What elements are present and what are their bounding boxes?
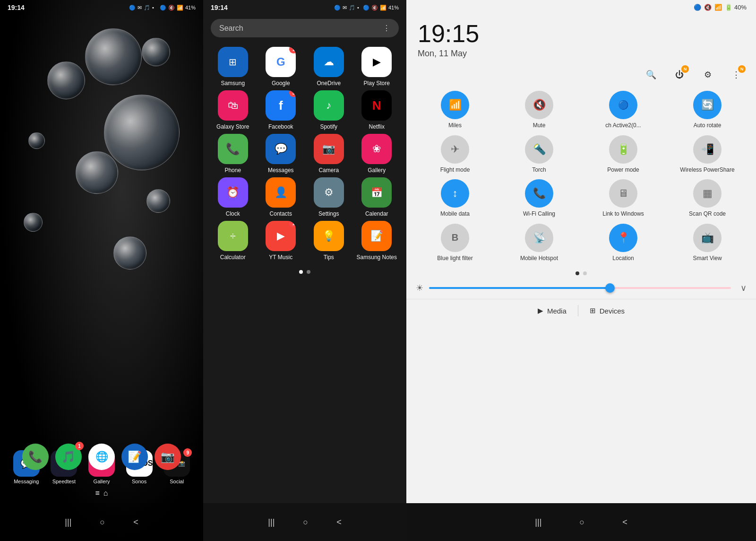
nav-back[interactable]: |||: [65, 517, 71, 527]
drawer-nav-home[interactable]: ○: [303, 517, 308, 527]
app-spotify[interactable]: 🎵 1: [55, 444, 82, 470]
wifi-icon: 📶: [441, 91, 469, 119]
app-facebook[interactable]: f 3 Facebook: [259, 90, 303, 130]
qs-status-bar: 🔵 🔇 📶 🔋 40%: [406, 0, 756, 15]
brightness-slider[interactable]: [429, 287, 731, 289]
qs-dot-1: [576, 271, 579, 275]
drawer-time: 19:14: [211, 4, 228, 11]
brightness-expand-icon[interactable]: ∨: [740, 283, 747, 293]
qs-more-button[interactable]: ⋮ N: [728, 66, 745, 83]
app-google[interactable]: G 1 Google: [259, 47, 303, 87]
hotspot-icon: 📡: [525, 224, 553, 252]
bubble-deco: [24, 213, 43, 232]
app-notes[interactable]: 📝: [121, 444, 148, 470]
media-button[interactable]: ▶ Media: [538, 306, 567, 315]
app-camera[interactable]: 📷 Camera: [307, 134, 351, 174]
qs-nav-recents[interactable]: <: [622, 517, 627, 527]
dock-label-gallery: Gallery: [94, 479, 110, 484]
dock-label-messaging: Messaging: [14, 479, 39, 484]
app-spotify[interactable]: ♪ Spotify: [307, 90, 351, 130]
qs-nav-back[interactable]: |||: [535, 517, 541, 527]
tile-blue-light[interactable]: B Blue light filter: [416, 224, 494, 262]
tile-power-mode[interactable]: 🔋 Power mode: [584, 135, 662, 174]
brightness-thumb[interactable]: [605, 283, 615, 293]
brightness-row: ☀ ∨: [406, 279, 756, 297]
qs-settings-button[interactable]: ⚙: [699, 66, 716, 83]
search-placeholder: Search: [219, 24, 243, 33]
qs-nav-home[interactable]: ○: [579, 517, 584, 527]
qs-page-dots: [406, 268, 756, 279]
app-phone[interactable]: 📞: [22, 444, 49, 470]
mobile-data-icon: ↕: [441, 179, 469, 208]
app-calendar[interactable]: 📅 Calendar: [355, 177, 399, 217]
wifi-call-icon: 📞: [525, 179, 553, 208]
quick-settings-panel: 🔵 🔇 📶 🔋 40% 19:15 Mon, 11 May 🔍 ⏻ N ⚙ ⋮ …: [406, 0, 756, 541]
media-devices-divider: [578, 305, 578, 316]
drawer-page-dots: [203, 266, 406, 278]
devices-icon: ⊞: [590, 306, 596, 315]
app-gallery[interactable]: ❀ Gallery: [355, 134, 399, 174]
app-contacts[interactable]: 👤 Contacts: [259, 177, 303, 217]
qs-search-button[interactable]: 🔍: [643, 66, 660, 83]
play-icon: ▶: [538, 306, 543, 315]
app-phone[interactable]: 📞 Phone: [211, 134, 255, 174]
tile-auto-rotate[interactable]: 🔄 Auto rotate: [668, 91, 747, 130]
app-chrome[interactable]: 🌐: [88, 444, 115, 470]
app-galaxy-store[interactable]: 🛍 Galaxy Store: [211, 90, 255, 130]
status-time: 19:14: [8, 4, 25, 11]
tile-link-windows[interactable]: 🖥 Link to Windows: [584, 179, 662, 218]
search-menu-icon[interactable]: ⋮: [383, 24, 390, 33]
tile-location[interactable]: 📍 Location: [584, 224, 662, 262]
qs-time: 19:15: [406, 15, 756, 48]
app-samsung[interactable]: ⊞ Samsung: [211, 47, 255, 87]
drawer-status-bar: 19:14 🔵 ✉ 🎵 • 🔵 🔇 📶 41%: [203, 0, 406, 15]
bubble-deco: [104, 95, 180, 170]
tile-mute[interactable]: 🔇 Mute: [500, 91, 578, 130]
app-netflix[interactable]: N Netflix: [355, 90, 399, 130]
devices-button[interactable]: ⊞ Devices: [590, 306, 625, 315]
app-camera[interactable]: 📷: [155, 444, 181, 470]
rotate-icon: 🔄: [693, 91, 722, 119]
media-label: Media: [547, 307, 567, 315]
app-samsung-notes[interactable]: 📝 Samsung Notes: [355, 221, 399, 261]
nav-recents[interactable]: <: [133, 517, 138, 527]
drawer-nav-back[interactable]: |||: [268, 517, 275, 527]
tile-mobile-data[interactable]: ↕ Mobile data: [416, 179, 494, 218]
tile-hotspot[interactable]: 📡 Mobile Hotspot: [500, 224, 578, 262]
bubble-deco: [146, 189, 170, 213]
tile-smart-view[interactable]: 📺 Smart View: [668, 224, 747, 262]
wireless-share-icon: 📲: [693, 135, 722, 164]
search-bar[interactable]: Search ⋮: [211, 19, 399, 37]
app-messages[interactable]: 💬 Messages: [259, 134, 303, 174]
app-clock[interactable]: ⏰ Clock: [211, 177, 255, 217]
app-yt-music[interactable]: ▶ 1 YT Music: [259, 221, 303, 261]
tile-wifi-calling[interactable]: 📞 Wi-Fi Calling: [500, 179, 578, 218]
qs-nav-bar: ||| ○ <: [406, 503, 756, 541]
tile-torch[interactable]: 🔦 Torch: [500, 135, 578, 174]
tile-scan-qr[interactable]: ▦ Scan QR code: [668, 179, 747, 218]
settings-icon: ⚙: [704, 70, 712, 80]
nav-home[interactable]: ○: [100, 517, 105, 527]
app-onedrive[interactable]: ☁ OneDrive: [307, 47, 351, 87]
tile-miles[interactable]: 📶 Miles: [416, 91, 494, 130]
torch-icon: 🔦: [525, 135, 553, 164]
dot-2: [307, 270, 310, 274]
tile-bluetooth[interactable]: 🔵 ch Active2(0...: [584, 91, 662, 130]
nav-bar: ||| ○ <: [0, 503, 203, 541]
qs-action-row: 🔍 ⏻ N ⚙ ⋮ N: [406, 66, 756, 91]
app-calculator[interactable]: ÷ Calculator: [211, 221, 255, 261]
app-grid: ⊞ Samsung G 1 Google ☁ OneDrive ▶ Play S…: [203, 41, 406, 266]
app-play-store[interactable]: ▶ Play Store: [355, 47, 399, 87]
flight-icon: ✈: [441, 135, 469, 164]
bottom-apps: 📞 🎵 1 🌐 📝 📷: [0, 444, 203, 470]
qs-power-button[interactable]: ⏻ N: [671, 66, 688, 83]
tile-wireless-share[interactable]: 📲 Wireless PowerShare: [668, 135, 747, 174]
bubble-deco: [113, 236, 146, 270]
tile-flight-mode[interactable]: ✈ Flight mode: [416, 135, 494, 174]
app-settings[interactable]: ⚙ Settings: [307, 177, 351, 217]
page-indicator: ≡ ⌂: [0, 489, 203, 497]
drawer-nav-recents[interactable]: <: [336, 517, 342, 527]
google-badge: 1: [289, 47, 296, 53]
app-tips[interactable]: 💡 Tips: [307, 221, 351, 261]
facebook-badge: 3: [289, 90, 296, 97]
